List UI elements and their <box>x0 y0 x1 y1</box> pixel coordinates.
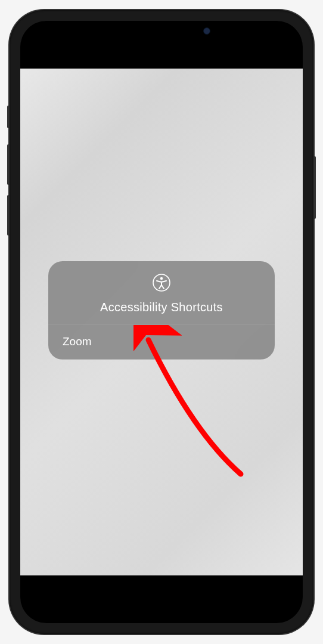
silence-switch <box>7 106 10 128</box>
phone-notch <box>94 21 229 41</box>
phone-screen-bezel: Accessibility Shortcuts Zoom <box>20 21 303 623</box>
accessibility-shortcuts-dialog: Accessibility Shortcuts Zoom <box>48 261 275 360</box>
dialog-option-label: Zoom <box>63 335 92 348</box>
power-button <box>313 156 316 219</box>
phone-device-frame: Accessibility Shortcuts Zoom <box>10 10 313 634</box>
volume-up-button <box>7 144 10 185</box>
accessibility-icon <box>152 273 171 295</box>
front-camera <box>203 27 210 35</box>
dialog-option-zoom[interactable]: Zoom <box>48 324 275 360</box>
svg-point-1 <box>160 277 163 279</box>
volume-down-button <box>7 195 10 236</box>
dialog-header: Accessibility Shortcuts <box>48 261 275 324</box>
screen-content: Accessibility Shortcuts Zoom <box>20 69 303 575</box>
dialog-title: Accessibility Shortcuts <box>63 301 260 314</box>
